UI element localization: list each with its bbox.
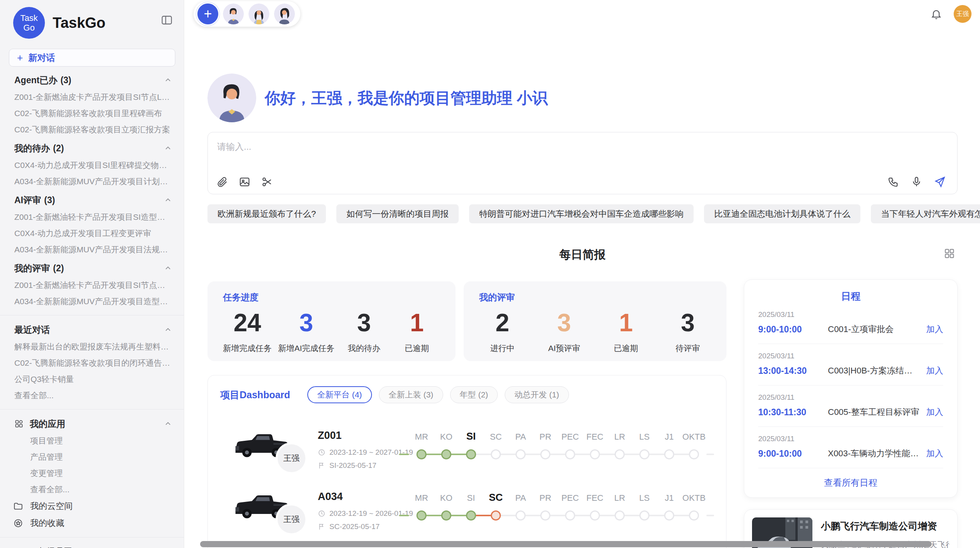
clock-icon — [318, 510, 326, 517]
sidebar-item[interactable]: C02-飞腾新能源轻客改款项目里程碑画布 — [0, 105, 184, 122]
milestone-dot[interactable] — [639, 510, 649, 521]
stat-value: 3 — [341, 309, 387, 337]
sidebar-item-folder[interactable]: 我的云空间 — [0, 498, 184, 515]
notification-bell-icon[interactable] — [930, 8, 942, 20]
suggestion-chip[interactable]: 欧洲新规最近颁布了什么? — [207, 204, 326, 223]
schedule-join-link[interactable]: 加入 — [926, 406, 943, 418]
milestone-dot[interactable] — [590, 449, 600, 459]
milestone: PA — [508, 426, 533, 473]
horizontal-scrollbar[interactable] — [200, 541, 932, 547]
milestone-dot[interactable] — [516, 510, 526, 521]
schedule-title: 日程 — [758, 290, 943, 303]
microphone-icon[interactable] — [911, 176, 922, 188]
sidebar-item[interactable]: C02-飞腾新能源轻客改款项目立项汇报方案 — [0, 122, 184, 138]
sidebar-item[interactable]: Z001-全新燃油皮卡产品开发项目SI节点Lesson Learn报告 — [0, 89, 184, 105]
group-count: (3) — [44, 195, 55, 206]
assistant-avatar-3[interactable] — [274, 3, 295, 24]
new-chat-button[interactable]: + 新对话 — [9, 49, 175, 67]
sidebar-item[interactable]: Z001-全新燃油轻卡产品开发项目SI造型提交物评审 — [0, 209, 184, 225]
schedule-join-link[interactable]: 加入 — [926, 365, 943, 377]
sidebar-item[interactable]: C0X4-动力总成开发项目SI里程碑提交物检查 — [0, 157, 184, 173]
add-assistant-button[interactable]: + — [197, 3, 218, 24]
view-all-schedule-link[interactable]: 查看所有日程 — [758, 477, 943, 489]
attachment-icon[interactable] — [216, 176, 228, 188]
app-shortcut-item[interactable]: 变更管理 — [0, 465, 184, 481]
sidebar-item[interactable]: A034-全新新能源MUV产品开发项目计划变更表编写 — [0, 173, 184, 190]
sidebar-item[interactable]: A034-全新新能源MUV产品开发项目造型可行性评审 — [0, 293, 184, 310]
sidebar-item[interactable]: Z001-全新燃油轻卡产品开发项目SI节点属性5D文件评审 — [0, 277, 184, 293]
app-shortcut-item[interactable]: 产品管理 — [0, 449, 184, 465]
briefing-layout-icon[interactable] — [944, 248, 955, 259]
recent-conversation-item[interactable]: 公司Q3轻卡销量 — [0, 371, 184, 387]
sidebar-item-star[interactable]: 我的收藏 — [0, 515, 184, 532]
milestone-dot[interactable] — [491, 510, 501, 521]
recent-conversation-item[interactable]: 解释最新出台的欧盟报废车法规再生塑料比例被调至15%... — [0, 339, 184, 355]
stat-item: 1已逾期 — [394, 309, 440, 354]
milestone-label: PEC — [558, 432, 583, 442]
sidebar-group-header[interactable]: 我的待办(2) — [0, 139, 184, 157]
suggestion-chip[interactable]: 特朗普可能对进口汽车增税会对中国车企造成哪些影响 — [469, 204, 694, 223]
milestone-dot[interactable] — [689, 449, 699, 459]
image-upload-icon[interactable] — [239, 176, 250, 188]
milestone-dot[interactable] — [466, 510, 476, 521]
sidebar-tool-people[interactable]: AI超级员工 — [0, 543, 184, 548]
milestone: LR — [607, 488, 632, 534]
milestone-dot[interactable] — [416, 510, 427, 521]
dashboard-filter-chip[interactable]: 年型 (2) — [450, 386, 498, 403]
sidebar-group-header-recent[interactable]: 最近对话 — [0, 321, 184, 339]
schedule-join-link[interactable]: 加入 — [926, 448, 943, 459]
milestone-dot[interactable] — [565, 510, 575, 521]
milestone-dot[interactable] — [540, 510, 550, 521]
milestone-dot[interactable] — [416, 449, 427, 459]
suggestion-chip[interactable]: 当下年轻人对汽车外观有怎样的喜好趋势 — [871, 204, 980, 223]
milestone-dot[interactable] — [565, 449, 575, 459]
milestone-dot[interactable] — [615, 449, 625, 459]
app-shortcut-item[interactable]: 查看全部... — [0, 481, 184, 498]
milestone-dot[interactable] — [689, 510, 699, 521]
milestone-label: LS — [632, 432, 657, 442]
milestone-dot[interactable] — [664, 449, 674, 459]
stat-label: AI预评审 — [541, 343, 588, 354]
sidebar-group-header[interactable]: 我的评审(2) — [0, 259, 184, 277]
suggestion-chip[interactable]: 比亚迪全固态电池计划具体说了什么 — [704, 204, 860, 223]
sidebar-item[interactable]: C0X4-动力总成开发项目工程变更评审 — [0, 225, 184, 241]
milestone: J1 — [657, 426, 682, 473]
assistant-avatar-2[interactable] — [248, 3, 269, 24]
milestone-dot[interactable] — [516, 449, 526, 459]
recent-conversation-item[interactable]: 查看全部... — [0, 387, 184, 404]
milestone-dot[interactable] — [664, 510, 674, 521]
stat-value: 1 — [603, 309, 649, 337]
sidebar-group-header[interactable]: Agent已办(3) — [0, 71, 184, 89]
stat-item: 2进行中 — [479, 309, 526, 354]
schedule-join-link[interactable]: 加入 — [926, 324, 943, 335]
chat-input[interactable] — [208, 132, 957, 166]
milestone-dot[interactable] — [540, 449, 550, 459]
sidebar-item-my-apps[interactable]: 我的应用 — [0, 415, 184, 433]
scissors-icon[interactable] — [261, 176, 273, 188]
dashboard-filter-chip[interactable]: 动总开发 (1) — [505, 386, 569, 403]
phone-call-icon[interactable] — [887, 176, 899, 188]
milestone-dot[interactable] — [441, 449, 451, 459]
milestone-dot[interactable] — [466, 449, 476, 459]
stat-item: 3AI预评审 — [541, 309, 588, 354]
assistant-avatar-1[interactable] — [223, 3, 244, 24]
send-icon[interactable] — [934, 176, 946, 188]
dashboard-filter-chip[interactable]: 全新平台 (4) — [307, 386, 372, 403]
milestone-dot[interactable] — [491, 449, 501, 459]
recent-conversation-item[interactable]: C02-飞腾新能源轻客改款项目的闭环通告反馈情况 — [0, 355, 184, 371]
news-title: 小鹏飞行汽车制造公司增资 — [821, 520, 949, 533]
milestone-dot[interactable] — [441, 510, 451, 521]
sidebar-item[interactable]: A034-全新新能源MUV产品开发项目法规符合性评审 — [0, 241, 184, 258]
milestone-dot[interactable] — [615, 510, 625, 521]
sidebar-collapse-icon[interactable] — [161, 14, 173, 26]
dashboard-filter-chip[interactable]: 全新上装 (3) — [379, 386, 443, 403]
suggestion-chip[interactable]: 如何写一份清晰的项目周报 — [336, 204, 459, 223]
milestone-dot[interactable] — [639, 449, 649, 459]
sidebar-group-header[interactable]: AI评审(3) — [0, 191, 184, 209]
milestone: LS — [632, 488, 657, 534]
app-logo: Task Go — [13, 7, 45, 39]
milestone-dot[interactable] — [590, 510, 600, 521]
user-avatar[interactable]: 王强 — [954, 5, 971, 23]
app-shortcut-item[interactable]: 项目管理 — [0, 433, 184, 449]
milestone-label: SI — [459, 493, 483, 503]
